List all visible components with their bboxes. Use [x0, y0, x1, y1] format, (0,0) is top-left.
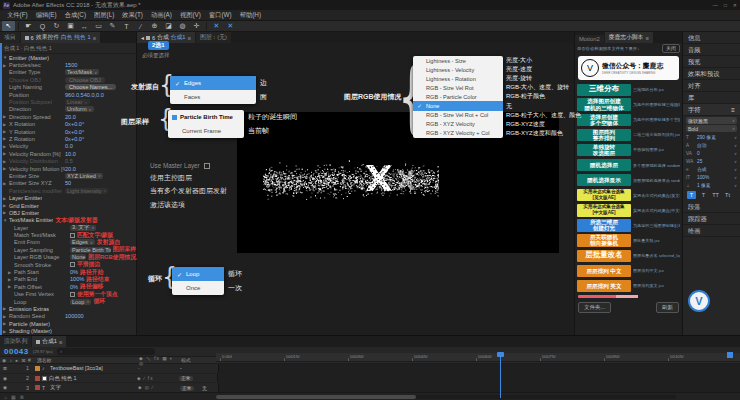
script-button-11[interactable]: 层批量改名 — [577, 250, 631, 262]
property-checkbox[interactable] — [70, 292, 75, 297]
dropdown-option-loop[interactable]: ✓Loop — [172, 267, 224, 281]
selection-tool-icon[interactable]: ↖ — [2, 21, 15, 31]
brush-tool-icon[interactable]: ∕ — [134, 21, 147, 31]
tab-deer-scripts[interactable]: 麋鹿志小脚本 ≡ — [605, 32, 653, 43]
layer-switches[interactable]: ◆ ◎ ∕ — [138, 385, 180, 390]
script-button-0[interactable]: 三维分布 — [577, 84, 631, 96]
time-ruler[interactable]: 0:00f00015f00030f00045f00060f00075f00090… — [216, 353, 740, 362]
property-value[interactable]: 0% — [70, 269, 78, 275]
mode-column[interactable]: 模式 — [181, 357, 219, 363]
layer-row-2[interactable]: ◉2白色 纯色 1◆ ∕ fx正常 — [0, 374, 740, 384]
menu-item-5[interactable]: 动画(A) — [147, 11, 176, 20]
maximize-icon[interactable]: □ — [724, 2, 727, 8]
layer-color-swatch[interactable] — [35, 385, 40, 390]
panel-tab-3[interactable]: 效果和预设 — [683, 68, 740, 80]
property-dropdown[interactable]: Loop∨ — [70, 299, 91, 305]
layer-row-1[interactable]: ⊠1♪TextboweBast [3co3a]-- — [0, 364, 740, 374]
style-toggle-3[interactable]: Tt — [723, 191, 732, 199]
char-setting-6[interactable]: ⊥1 像素∨ — [683, 181, 740, 189]
layer-track-area[interactable] — [218, 364, 740, 373]
clone-stamp-tool-icon[interactable]: ⊕ — [148, 21, 161, 31]
dropdown-option-lightness-velocity[interactable]: Lightness - Velocity — [413, 65, 503, 74]
dropdown-option-rgb-particle-color[interactable]: RGB - Particle Color — [413, 92, 503, 101]
dropdown-option-faces[interactable]: Faces — [170, 90, 256, 104]
footer-toggle-icon-0[interactable]: ⌂ — [4, 394, 7, 400]
av-toggles[interactable]: ⊠ — [0, 366, 26, 371]
av-toggles[interactable]: ◉ — [0, 376, 26, 381]
tab-render-queue[interactable]: 渲染队列 — [0, 336, 31, 347]
dropdown-option-none[interactable]: ✓None — [413, 101, 503, 110]
close-button[interactable]: 关闭 — [662, 44, 680, 53]
panel-tab-bottom-1[interactable]: 跟踪器 — [683, 213, 740, 225]
property-value[interactable]: 10.0 — [65, 151, 76, 157]
footer-toggle-icon-1[interactable]: ▦ — [11, 394, 16, 400]
pan-behind-tool-icon[interactable]: ↔ — [78, 21, 91, 31]
hand-tool-icon[interactable]: ☛ — [22, 21, 35, 31]
property-dropdown[interactable]: Uniform∨ — [65, 106, 94, 112]
style-toggle-1[interactable]: T — [699, 191, 708, 199]
property-value[interactable]: 0.0 — [65, 143, 73, 149]
style-toggle-2[interactable]: TT — [711, 191, 720, 199]
plugin-icon-2[interactable]: ✕ — [224, 21, 237, 31]
char-setting-1[interactable]: A自动∨ — [683, 141, 740, 149]
mode-dropdown[interactable]: 正常 — [179, 376, 193, 381]
menu-item-6[interactable]: 视图(V) — [176, 11, 205, 20]
dropdown-option-particle-birth-time[interactable]: Particle Birth Time — [168, 110, 244, 124]
puppet-pin-tool-icon[interactable]: ✛ — [190, 21, 203, 31]
property-value[interactable]: 0.5 — [65, 158, 73, 164]
rotation-tool-icon[interactable]: ↻ — [50, 21, 63, 31]
char-setting-0[interactable]: T290 像素∨ — [683, 133, 740, 141]
roto-brush-tool-icon[interactable]: ◍ — [176, 21, 189, 31]
plugin-icon-1[interactable]: ✕ — [210, 21, 223, 31]
camera-tool-icon[interactable]: ▣ — [64, 21, 77, 31]
script-button-13[interactable]: 层层排列 英文 — [577, 280, 631, 292]
panel-tab-0[interactable]: 信息 — [683, 32, 740, 44]
script-button-1[interactable]: 选择图层创建 随机的三维物体 — [577, 98, 631, 110]
mode-dropdown[interactable]: 正常 — [180, 386, 194, 391]
footer-toggle-icon-2[interactable]: ≣ — [20, 394, 24, 400]
script-button-2[interactable]: 选择层创建 多个空物体 — [577, 114, 631, 126]
panel-menu-icon[interactable]: ≡ — [59, 339, 62, 345]
layer-mode[interactable]: 正常 — [179, 375, 201, 381]
property-dropdown[interactable]: Edges∨ — [70, 239, 95, 245]
property-checkbox[interactable] — [70, 262, 75, 267]
tab-comp-timeline[interactable]: 合成1 ≡ — [32, 336, 66, 347]
script-button-10[interactable]: 层关联随机 朝向摄像机 — [577, 234, 631, 246]
menu-item-3[interactable]: 图层(L) — [90, 11, 118, 20]
property-value[interactable]: 50 — [65, 180, 71, 186]
zoom-tool-icon[interactable]: Q — [36, 21, 49, 31]
property-value[interactable]: 1500 — [65, 62, 77, 68]
current-timecode[interactable]: 00043 — [4, 347, 29, 356]
property-value[interactable]: 0x+0.0° — [65, 136, 84, 142]
layer-name[interactable]: 白色 纯色 1 — [49, 375, 137, 382]
scrollbar-handle[interactable] — [216, 395, 416, 399]
property-dropdown[interactable]: Linear∨ — [65, 99, 90, 105]
pen-tool-icon[interactable]: ✎ — [106, 21, 119, 31]
layer-switches[interactable]: ◆ ∕ fx — [137, 376, 179, 381]
master-layer-checkbox[interactable] — [204, 163, 210, 169]
property-dropdown[interactable]: XYZ Linked∨ — [65, 173, 103, 179]
tab-layer-viewer[interactable]: 图层：(无) — [196, 32, 231, 43]
dropdown-option-lightness-size[interactable]: Lightness - Size — [413, 56, 503, 65]
shape-tool-icon[interactable]: ▭ — [92, 21, 105, 31]
property-value[interactable]: 0x+0.0° — [65, 121, 84, 127]
panel-menu-icon[interactable]: ≡ — [731, 104, 735, 115]
property-dropdown[interactable]: Text/Mask∨ — [65, 69, 99, 75]
script-button-9[interactable]: 所选三维层 创建灯光 — [577, 219, 631, 231]
tab-effect-controls[interactable]: 6 效果控件 白色 纯色 1 ≡ — [21, 32, 100, 43]
panel-menu-icon[interactable]: ≡ — [188, 35, 191, 41]
horizontal-scrollbar[interactable] — [216, 395, 676, 399]
font-family-select[interactable]: 微软雅黑 ∨ — [686, 117, 737, 124]
dropdown-option-rgb-xyz-velocity-col[interactable]: RGB - XYZ Velocity + Col — [413, 129, 503, 138]
menu-item-4[interactable]: 效果(T) — [118, 11, 147, 20]
property-dropdown[interactable]: Light Intensity∨ — [65, 188, 108, 194]
layer-track-area[interactable] — [217, 374, 740, 383]
script-button-5[interactable]: 随机选择层 — [577, 159, 631, 171]
dropdown-option-rgb-xyz-velocity[interactable]: RGB - XYZ Velocity — [413, 120, 503, 129]
layer-color-swatch[interactable] — [35, 376, 40, 381]
property-button[interactable]: Choose OBJ — [65, 77, 105, 83]
script-button-4[interactable]: 单独旋转 改选图层 — [577, 144, 631, 156]
menu-item-7[interactable]: 窗口(W) — [205, 11, 236, 20]
property-value[interactable]: 100000 — [65, 313, 84, 319]
layer-switches[interactable]: - — [138, 366, 180, 371]
